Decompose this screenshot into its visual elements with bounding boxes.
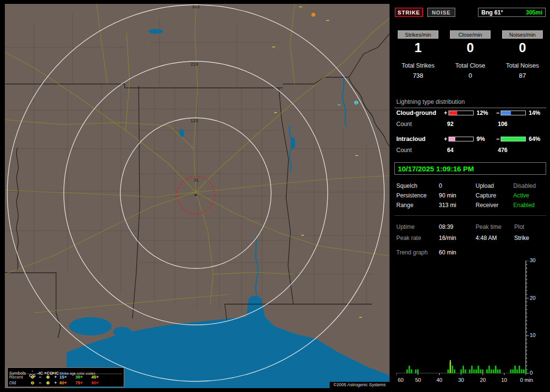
upload-label: Upload [476,182,513,189]
minus-sign: − [495,110,501,116]
trend-bar [478,365,479,373]
trend-graph: 30 20 10 0 60 50 40 30 20 10 0 min [396,261,546,386]
total-close-value: 0 [447,72,494,79]
total-close-label: Total Close [447,62,494,69]
trend-bar [525,369,527,373]
trend-marker [450,360,451,373]
ic-plus-symbol: + [52,375,59,379]
ring-label-31: 31 [194,177,199,182]
age-30: 30+ [75,375,91,379]
divider [394,215,546,216]
upload-status: Disabled [513,182,546,189]
x-tick-30: 30 [456,377,466,383]
y-tick-0: 0 [530,370,544,376]
plot-label: Plot [514,224,546,230]
peak-rate-label: Peak rate [396,235,439,241]
range-label: Range [396,202,439,209]
copyright: ©2005 Astrogenic Systems [330,382,390,388]
y-tick-10: 10 [530,332,544,338]
lightning-map[interactable]: 313 219 125 31 ⊖−⊕−−−−−−− Symbols -CG -I… [5,4,390,388]
map-canvas: 313 219 125 31 ⊖−⊕−−−−−−− [5,4,390,388]
strikes-per-min-label: Strikes/min [398,30,438,39]
total-noises-value: 87 [499,72,546,79]
age-15: 15+ [59,375,75,379]
trend-bar [461,369,462,373]
trend-bar [482,369,483,373]
trend-bar [471,365,473,373]
trend-bar [415,369,417,373]
total-strikes-value: 738 [394,72,442,79]
strike-symbol: ⊕ [311,12,315,17]
squelch-label: Squelch [396,182,439,189]
cloud-ground-row: Cloud-ground + 12% − 14% [394,109,546,117]
strike-button[interactable]: STRIKE [395,8,423,17]
noise-button[interactable]: NOISE [427,8,455,17]
trend-bar [417,369,419,373]
trend-bar [489,365,490,373]
strike-symbol: − [274,110,277,115]
strike-symbol: − [301,232,304,238]
trend-bar [517,369,518,373]
bearing-value: Bng 61° [481,9,503,16]
trend-bar [469,369,470,373]
bearing-display: Bng 61° 305mi [478,8,546,17]
cg-minus-symbol-old: ⊖ [29,380,36,385]
trend-window-value: 60 min [439,249,546,256]
peak-rate-value: 16/min [439,235,476,241]
distribution-title: Lightning type distribution [394,98,546,108]
ic-minus-symbol-old: − [36,380,44,385]
noises-per-min-label: Noises/min [502,30,543,39]
cg-plus-bar [449,111,474,115]
ic-plus-pct: 9% [476,136,495,142]
peak-time-label: Peak time [476,224,514,230]
trend-bar [464,369,466,373]
cg-plus-symbol-old: ⊕ [44,380,52,385]
x-tick-0-min: 0 min [520,377,546,383]
ic-minus-pct: 64% [528,136,547,142]
trend-bar [486,369,488,373]
count-label: Count [396,121,412,127]
trend-bar [476,369,477,373]
trend-bar [499,369,501,373]
cg-minus-symbol: ⊖ [29,375,36,379]
cg-plus-count: 92 [447,121,453,127]
persistence-label: Persistence [396,192,439,199]
cg-plus-symbol: ⊕ [44,375,52,379]
y-tick-30: 30 [530,257,544,263]
trend-bar [408,365,410,373]
x-tick-40: 40 [434,377,445,383]
datetime-display: 10/17/2025 1:09:16 PM [394,162,546,175]
minus-sign: − [495,136,501,142]
age-90: 90+ [91,380,110,385]
control-panel: STRIKE NOISE Bng 61° 305mi Strikes/min 1… [394,4,546,388]
ic-plus-bar [449,137,474,141]
close-column: Close/min 0 Total Close 0 [447,30,494,79]
trend-bar [523,369,524,373]
cloud-ground-counts: Count 92 106 [394,121,546,127]
trend-bar [510,369,511,373]
stats-row-2: Peak rate 16/min 4:48 AM Strike [394,233,546,243]
trend-bar [491,369,492,373]
uptime-value: 08:39 [439,224,476,230]
trend-bar [480,369,481,373]
x-tick-50: 50 [413,377,423,383]
trend-bar [495,365,496,373]
y-tick-20: 20 [530,295,544,301]
close-per-min-label: Close/min [450,30,491,39]
capture-label: Capture [476,192,513,199]
cg-minus-count: 106 [498,121,507,127]
total-noises-label: Total Noises [499,62,546,69]
squelch-value: 0 [439,182,476,189]
trend-graph-header: Trend graph 60 min [394,249,546,256]
trend-bar [473,369,475,373]
count-label: Count [396,147,412,154]
strike-symbol: − [359,314,362,320]
trend-bar [521,369,522,373]
trend-bar [454,369,455,373]
ring-label-125: 125 [190,118,198,123]
strike-legend: Symbols -CG -IC +CG +IC Strike age color… [7,367,124,387]
total-strikes-label: Total Strikes [394,62,442,69]
intracloud-label: Intracloud [396,136,443,142]
stats-row-1: Uptime 08:39 Peak time Plot [394,222,546,232]
trend-bar [493,369,494,373]
